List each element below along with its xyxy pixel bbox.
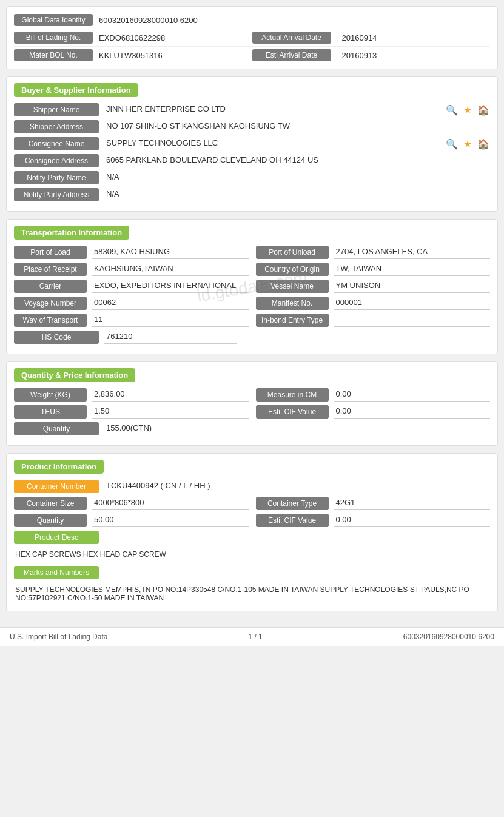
voyage-label: Voyage Number	[14, 297, 87, 310]
teus-pair: TEUS 1.50	[14, 405, 249, 419]
marks-label: Marks and Numbers	[14, 566, 99, 579]
container-number-label: Container Number	[14, 480, 99, 493]
footer-left: U.S. Import Bill of Lading Data	[10, 633, 107, 641]
page-footer: U.S. Import Bill of Lading Data 1 / 1 60…	[0, 627, 504, 646]
weight-value: 2,836.00	[92, 388, 249, 402]
carrier-label: Carrier	[14, 280, 87, 293]
hs-label: HS Code	[14, 331, 99, 344]
master-label: Mater BOL No.	[14, 49, 93, 61]
quantity-price-title: Quantity & Price Information	[14, 368, 135, 382]
esti-cif-label: Esti. CIF Value	[256, 405, 329, 419]
measure-value: 0.00	[334, 388, 491, 402]
shipper-icons: 🔍 ★ 🏠	[445, 103, 490, 116]
container-size-label: Container Size	[14, 497, 87, 510]
marks-text: SUPPLY TECHNOLOGIES MEMPHIS,TN PO NO:14P…	[14, 583, 490, 605]
container-number-value: TCKU4400942 ( CN / L / HH )	[104, 480, 490, 493]
manifest-label: Manifest No.	[256, 297, 329, 310]
vessel-label: Vessel Name	[256, 280, 329, 293]
bol-value: EXDO6810622298	[99, 33, 165, 42]
consignee-name-row: Consignee Name SUPPLY TECHNOLOGIES LLC 🔍…	[14, 137, 490, 150]
consignee-address-label: Consignee Address	[14, 154, 99, 167]
identity-card: Global Data Identity 600320160928000010 …	[6, 6, 498, 69]
container-number-row: Container Number TCKU4400942 ( CN / L / …	[14, 480, 490, 493]
notify-address-value: N/A	[104, 188, 490, 201]
global-identity-label: Global Data Identity	[14, 14, 93, 26]
product-section: Product Information Container Number TCK…	[6, 453, 498, 611]
carrier-value: EXDO, EXPEDITORS INTERNATIONAL	[92, 280, 249, 293]
transport-value: 11	[92, 314, 249, 327]
measure-label: Measure in CM	[256, 388, 329, 402]
consignee-name-label: Consignee Name	[14, 137, 99, 150]
transport-pair: Way of Transport 11	[14, 314, 249, 327]
place-receipt-pair: Place of Receipt KAOHSIUNG,TAIWAN	[14, 263, 249, 276]
global-identity-row: Global Data Identity 600320160928000010 …	[14, 12, 490, 29]
carrier-vessel-row: Carrier EXDO, EXPEDITORS INTERNATIONAL V…	[14, 280, 490, 293]
shipper-name-value: JINN HER ENTERPRISE CO LTD	[104, 103, 440, 116]
shipper-star-icon[interactable]: ★	[461, 103, 474, 116]
shipper-search-icon[interactable]: 🔍	[445, 103, 459, 116]
voyage-value: 00062	[92, 297, 249, 310]
product-desc-row: Product Desc	[14, 531, 490, 544]
container-type-label: Container Type	[256, 497, 329, 510]
place-receipt-label: Place of Receipt	[14, 263, 87, 276]
transport-inbond-row: Way of Transport 11 In-bond Entry Type	[14, 314, 490, 327]
arrival-pair: Actual Arrival Date 20160914	[252, 32, 491, 44]
transportation-title: Transportation Information	[14, 226, 129, 240]
port-unload-pair: Port of Unload 2704, LOS ANGELES, CA	[256, 246, 491, 259]
quantity-label: Quantity	[14, 422, 99, 435]
container-size-pair: Container Size 4000*806*800	[14, 497, 249, 510]
port-row: Port of Load 58309, KAO HSIUNG Port of U…	[14, 246, 490, 259]
voyage-pair: Voyage Number 00062	[14, 297, 249, 310]
arrival-label: Actual Arrival Date	[252, 32, 331, 44]
quantity-row: Quantity 155.00(CTN)	[14, 422, 490, 435]
shipper-home-icon[interactable]: 🏠	[477, 103, 490, 116]
voyage-manifest-row: Voyage Number 00062 Manifest No. 000001	[14, 297, 490, 310]
product-quantity-cif-row: Quantity 50.00 Esti. CIF Value 0.00	[14, 514, 490, 527]
esti-value: 20160913	[342, 51, 377, 60]
notify-address-label: Notify Party Address	[14, 188, 99, 201]
footer-center: 1 / 1	[248, 633, 262, 641]
transport-label: Way of Transport	[14, 314, 87, 327]
country-origin-label: Country of Origin	[256, 263, 329, 276]
hs-value: 761210	[104, 331, 237, 344]
consignee-home-icon[interactable]: 🏠	[477, 137, 490, 150]
consignee-search-icon[interactable]: 🔍	[445, 137, 459, 150]
product-cif-value: 0.00	[334, 514, 491, 527]
shipper-address-row: Shipper Address NO 107 SHIN-LO ST KANGSH…	[14, 120, 490, 133]
esti-label: Esti Arrival Date	[252, 49, 331, 61]
consignee-icons: 🔍 ★ 🏠	[445, 137, 490, 150]
carrier-pair: Carrier EXDO, EXPEDITORS INTERNATIONAL	[14, 280, 249, 293]
shipper-address-label: Shipper Address	[14, 120, 99, 133]
container-size-type-row: Container Size 4000*806*800 Container Ty…	[14, 497, 490, 510]
notify-address-row: Notify Party Address N/A	[14, 188, 490, 201]
marks-row: Marks and Numbers	[14, 566, 490, 579]
bol-label: Bill of Lading No.	[14, 32, 93, 44]
country-origin-pair: Country of Origin TW, TAIWAN	[256, 263, 491, 276]
footer-right: 600320160928000010 6200	[403, 633, 494, 641]
shipper-name-label: Shipper Name	[14, 103, 99, 116]
consignee-name-value: SUPPLY TECHNOLOGIES LLC	[104, 137, 440, 150]
container-type-value: 42G1	[334, 497, 491, 510]
teus-value: 1.50	[92, 405, 249, 419]
notify-name-label: Notify Party Name	[14, 171, 99, 184]
weight-label: Weight (KG)	[14, 388, 87, 402]
vessel-pair: Vessel Name YM UNISON	[256, 280, 491, 293]
transportation-section: Transportation Information id.gtodata.co…	[6, 219, 498, 354]
esti-pair: Esti Arrival Date 20160913	[252, 49, 491, 61]
hs-row: HS Code 761210	[14, 331, 490, 344]
master-pair: Mater BOL No. KKLUTW3051316	[14, 49, 252, 61]
consignee-address-row: Consignee Address 6065 PARKLAND BOULEVAR…	[14, 154, 490, 167]
product-cif-label: Esti. CIF Value	[256, 514, 329, 527]
manifest-value: 000001	[334, 297, 491, 310]
consignee-star-icon[interactable]: ★	[461, 137, 474, 150]
buyer-supplier-section: Buyer & Supplier Information Shipper Nam…	[6, 76, 498, 212]
shipper-address-value: NO 107 SHIN-LO ST KANGSHAN KAOHSIUNG TW	[104, 120, 490, 133]
product-desc-text: HEX CAP SCREWS HEX HEAD CAP SCREW	[14, 548, 490, 561]
inbond-value	[334, 314, 491, 327]
container-size-value: 4000*806*800	[92, 497, 249, 510]
port-load-value: 58309, KAO HSIUNG	[92, 246, 249, 259]
bol-pair: Bill of Lading No. EXDO6810622298	[14, 32, 252, 44]
port-unload-value: 2704, LOS ANGELES, CA	[334, 246, 491, 259]
product-cif-pair: Esti. CIF Value 0.00	[256, 514, 491, 527]
product-quantity-label: Quantity	[14, 514, 87, 527]
